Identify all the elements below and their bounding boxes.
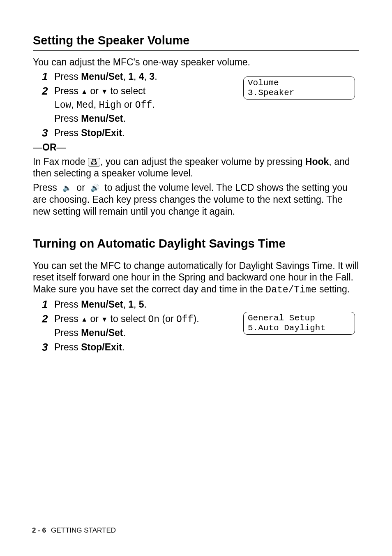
chapter-name: GETTING STARTED <box>51 526 116 534</box>
fax-mode-icon: 🖷 <box>88 158 100 167</box>
step-number: 1 <box>42 70 48 83</box>
text: Press <box>54 127 81 138</box>
text: to select <box>108 313 148 324</box>
step-1: 1 Press Menu/Set, 1, 5. <box>42 299 359 310</box>
opt-off: Off <box>135 100 152 111</box>
text: Press <box>54 313 81 324</box>
text: or <box>74 182 88 193</box>
text: Press <box>54 342 81 352</box>
step-options: Low, Med, High or Off. <box>54 99 359 111</box>
text: , you can adjust the speaker volume by p… <box>100 156 305 167</box>
text: , <box>134 299 139 310</box>
step-number: 1 <box>42 298 48 311</box>
fax-mode-paragraph: In Fax mode 🖷, you can adjust the speake… <box>33 156 359 180</box>
key-menuset: Menu/Set <box>81 327 123 338</box>
up-arrow-icon: ▲ <box>81 88 88 95</box>
text: , <box>123 71 128 82</box>
page-number: 2 - 6 <box>32 526 46 534</box>
key-menuset: Menu/Set <box>81 113 123 124</box>
text: Press <box>54 113 81 124</box>
text: . <box>154 71 157 82</box>
step-press: Press Menu/Set. <box>54 113 359 125</box>
text: — <box>33 142 42 153</box>
text: , <box>71 99 76 110</box>
text: Press <box>33 182 60 193</box>
text: Press <box>54 71 81 82</box>
datetime-setting: Date/Time <box>265 285 316 295</box>
text: . <box>123 327 125 338</box>
text: , <box>144 71 150 82</box>
speaker-loud-icon: 🔊 <box>90 183 99 193</box>
step-2: 2 Press ▲ or ▼ to select Low, Med, High … <box>42 85 359 125</box>
text: , <box>123 299 128 310</box>
step-number: 3 <box>42 126 48 140</box>
steps-speaker: 1 Press Menu/Set, 1, 4, 3. 2 Press ▲ or … <box>33 71 359 139</box>
opt-on: On <box>148 314 160 325</box>
text: or <box>88 86 101 96</box>
opt-high: High <box>99 100 121 111</box>
text: . <box>123 113 125 124</box>
text: (or <box>159 313 176 324</box>
text: Press <box>54 327 81 338</box>
step-2: 2 Press ▲ or ▼ to select On (or Off). Pr… <box>42 313 359 339</box>
intro-daylight: You can set the MFC to change automatica… <box>33 260 359 296</box>
text: , <box>134 71 139 82</box>
text: , <box>94 99 99 110</box>
step-press: Press Menu/Set. <box>54 327 359 339</box>
key-menuset: Menu/Set <box>81 71 123 82</box>
volume-keys-paragraph: Press 🔈 or 🔊 to adjust the volume level.… <box>33 182 359 217</box>
heading-speaker-volume: Setting the Speaker Volume <box>33 33 359 51</box>
text: Press <box>54 299 81 310</box>
down-arrow-icon: ▼ <box>101 316 108 323</box>
key-3: 3 <box>149 71 154 82</box>
text: . <box>144 299 147 310</box>
key-stopexit: Stop/Exit <box>81 342 122 352</box>
text: In Fax mode <box>33 156 88 167</box>
page-footer: 2 - 6GETTING STARTED <box>32 526 116 535</box>
step-3: 3 Press Stop/Exit. <box>42 341 359 353</box>
text: or <box>122 99 135 110</box>
text: Press <box>54 86 81 96</box>
down-arrow-icon: ▼ <box>101 88 108 95</box>
opt-med: Med <box>76 100 93 111</box>
step-number: 3 <box>42 341 48 354</box>
key-5: 5 <box>139 299 144 310</box>
text: to select <box>108 86 145 96</box>
key-menuset: Menu/Set <box>81 299 123 310</box>
step-number: 2 <box>42 312 48 326</box>
text: . <box>122 342 125 352</box>
opt-low: Low <box>54 100 71 111</box>
steps-daylight: 1 Press Menu/Set, 1, 5. 2 Press ▲ or ▼ t… <box>33 299 359 353</box>
opt-off: Off <box>176 314 193 325</box>
text: — <box>57 142 66 153</box>
key-hook: Hook <box>305 156 329 167</box>
speaker-quiet-icon: 🔈 <box>62 183 71 193</box>
text: . <box>152 99 154 110</box>
or-text: OR <box>42 142 57 153</box>
text: . <box>122 127 125 138</box>
intro-speaker: You can adjust the MFC's one-way speaker… <box>33 56 359 68</box>
step-number: 2 <box>42 84 48 98</box>
step-3: 3 Press Stop/Exit. <box>42 127 359 139</box>
text: or <box>88 313 101 324</box>
key-1: 1 <box>128 71 134 82</box>
text: setting. <box>317 284 350 294</box>
key-1: 1 <box>128 299 134 310</box>
or-separator: —OR— <box>33 141 359 153</box>
up-arrow-icon: ▲ <box>81 316 88 323</box>
key-4: 4 <box>139 71 144 82</box>
heading-daylight: Turning on Automatic Daylight Savings Ti… <box>33 236 359 254</box>
key-stopexit: Stop/Exit <box>81 127 122 138</box>
step-1: 1 Press Menu/Set, 1, 4, 3. <box>42 71 359 83</box>
text: ). <box>193 313 199 324</box>
